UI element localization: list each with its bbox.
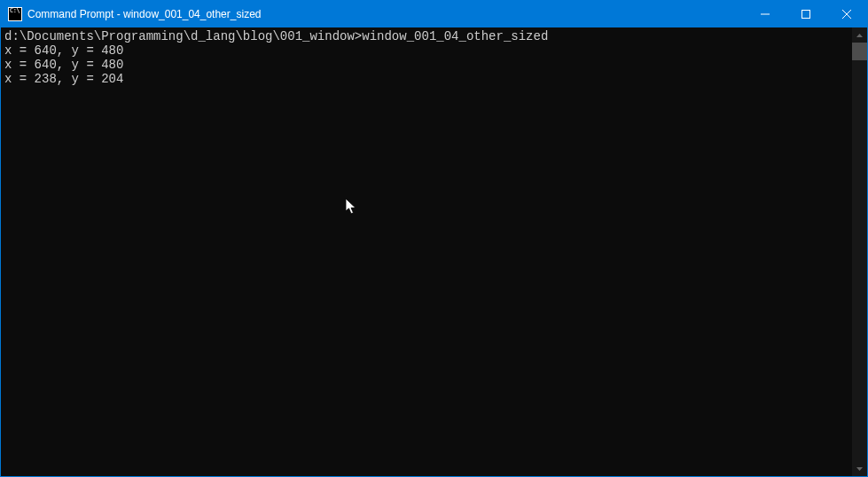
chevron-up-icon [856,34,863,37]
prompt-path: d:\Documents\Programming\d_lang\blog\001… [4,29,362,43]
titlebar[interactable]: Command Prompt - window_001_04_other_siz… [1,1,867,27]
maximize-icon [802,10,810,19]
output-line: x = 640, y = 480 [4,43,123,58]
client-area: d:\Documents\Programming\d_lang\blog\001… [1,27,867,476]
close-button[interactable] [826,1,867,27]
command-text: window_001_04_other_sized [362,29,548,43]
svg-rect-1 [802,11,810,19]
minimize-icon [761,10,770,19]
scrollbar-track[interactable] [852,43,867,461]
window-controls [745,1,867,27]
svg-marker-5 [856,467,863,471]
vertical-scrollbar[interactable] [852,27,867,476]
close-icon [842,10,851,19]
output-line: x = 238, y = 204 [4,72,123,86]
command-prompt-window: Command Prompt - window_001_04_other_siz… [0,0,868,477]
window-title: Command Prompt - window_001_04_other_siz… [27,8,745,20]
scrollbar-thumb[interactable] [852,43,867,60]
chevron-down-icon [856,467,863,471]
svg-marker-4 [856,34,863,37]
terminal-output[interactable]: d:\Documents\Programming\d_lang\blog\001… [1,27,852,476]
scroll-up-button[interactable] [852,27,867,43]
maximize-button[interactable] [786,1,826,27]
output-line: x = 640, y = 480 [4,58,123,72]
minimize-button[interactable] [745,1,786,27]
scroll-down-button[interactable] [852,461,867,476]
cmd-icon [8,7,22,21]
